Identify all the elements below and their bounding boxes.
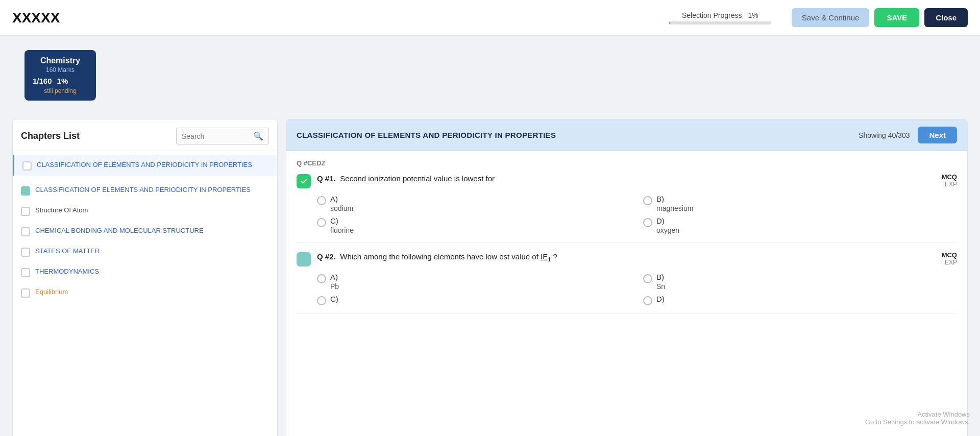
option-label: B) [656,195,693,203]
option-row: D) oxygen [643,216,957,234]
option-radio-c[interactable] [317,218,326,227]
progress-bar-fill [669,21,670,25]
option-radio-b[interactable] [643,274,652,283]
list-item[interactable]: STATES OF MATTER [13,241,277,262]
option-row: B) magnesium [643,195,957,212]
watermark-line1: Activate Windows [865,410,970,418]
options-grid: A) sodium B) magnesium [317,195,957,234]
subject-fraction: 1/160 [33,77,52,85]
option-row: D) [643,295,957,305]
question-text-wrap: Q #1. Second ionization potential value … [317,173,920,185]
option-row: C) fluorine [317,216,631,234]
progress-label: Selection Progress [682,11,742,19]
chapter-name: Equilibrium [35,287,68,297]
chapter-name: THERMODYNAMICS [35,267,99,276]
option-row: C) [317,295,631,305]
option-radio-b[interactable] [643,196,652,205]
question-row: Q #1. Second ionization potential value … [297,173,957,188]
option-value: sodium [330,204,353,212]
chapter-checkbox [21,248,30,257]
chapter-name: Structure Of Atom [35,206,88,215]
questions-header: CLASSIFICATION OF ELEMENTS AND PERIODICI… [286,119,967,151]
watermark: Activate Windows Go to Settings to activ… [865,410,970,426]
search-box[interactable]: 🔍 [176,128,269,144]
watermark-line2: Go to Settings to activate Windows. [865,418,970,426]
question-text-wrap: Q #2. Which among the following elements… [317,251,920,264]
option-value: fluorine [330,226,354,234]
selection-progress-section: Selection Progress 1% [669,11,771,25]
list-item[interactable]: THERMODYNAMICS [13,262,277,282]
chapter-checkbox [21,207,30,216]
next-button[interactable]: Next [918,127,957,143]
chapter-name: STATES OF MATTER [35,247,100,256]
question-block: Q #1. Second ionization potential value … [297,173,957,243]
chapter-checkbox [21,288,30,298]
question-number: Q #2. [317,252,338,261]
option-label: A) [330,195,353,203]
option-row: A) sodium [317,195,631,212]
option-radio-d[interactable] [643,218,652,227]
subject-percent: 1% [57,77,68,85]
search-icon[interactable]: 🔍 [253,131,263,141]
option-label: C) [330,216,354,225]
option-radio-c[interactable] [317,296,326,305]
option-label: A) [330,273,339,281]
chapter-checkbox [21,227,30,236]
option-row: B) Sn [643,273,957,290]
questions-chapter-name: CLASSIFICATION OF ELEMENTS AND PERIODICI… [297,131,859,139]
question-select-checkbox[interactable] [297,252,311,267]
option-value: oxygen [656,226,679,234]
subject-pending: still pending [33,87,88,94]
question-type-label: MCQ [926,173,957,181]
chapter-name: CLASSIFICATION OF ELEMENTS AND PERIODICI… [37,160,252,169]
list-item[interactable]: Equilibrium [13,282,277,303]
option-label: B) [656,273,665,281]
question-type: MCQ EXP [926,173,957,188]
option-row: A) Pb [317,273,631,290]
close-button[interactable]: Close [924,8,968,27]
question-type: MCQ EXP [926,251,957,266]
ie-text: IE [541,252,548,261]
list-item[interactable]: Structure Of Atom [13,201,277,221]
list-item[interactable]: CLASSIFICATION OF ELEMENTS AND PERIODICI… [13,155,277,176]
question-type-sub: EXP [926,181,957,188]
list-item[interactable]: CHEMICAL BONDING AND MOLECULAR STRUCTURE [13,221,277,241]
progress-bar-background [669,21,771,25]
header-buttons: Save & Continue SAVE Close [792,8,968,27]
chapter-divider [13,178,277,178]
question-block: Q #2. Which among the following elements… [297,251,957,314]
option-value: Pb [330,282,339,290]
save-button[interactable]: SAVE [874,8,919,27]
chapter-checkbox [22,161,32,171]
option-radio-a[interactable] [317,274,326,283]
chapter-checkbox [21,186,30,196]
question-select-checkbox[interactable] [297,174,311,188]
app-logo: XXXXX [12,10,60,26]
option-label: C) [330,295,338,303]
question-type-sub: EXP [926,259,957,266]
question-text: Second ionization potential value is low… [340,174,495,183]
subject-marks: 160 Marks [33,66,88,74]
question-type-label: MCQ [926,251,957,259]
list-item[interactable]: CLASSIFICATION OF ELEMENTS AND PERIODICI… [13,180,277,201]
question-number: Q #1. [317,174,338,183]
subject-name: Chemistry [33,56,88,65]
option-value: Sn [656,282,665,290]
option-label: D) [656,216,679,225]
search-input[interactable] [182,132,253,140]
save-continue-button[interactable]: Save & Continue [792,8,870,27]
question-row: Q #2. Which among the following elements… [297,251,957,267]
option-radio-a[interactable] [317,196,326,205]
chapter-name: CHEMICAL BONDING AND MOLECULAR STRUCTURE [35,226,204,235]
showing-count: Showing 40/303 [859,131,910,139]
chapters-panel: Chapters List 🔍 CLASSIFICATION OF ELEMEN… [12,119,278,436]
chapter-name: CLASSIFICATION OF ELEMENTS AND PERIODICI… [35,185,251,195]
options-grid: A) Pb B) Sn C) [317,273,957,305]
subject-card: Chemistry 160 Marks 1/160 1% still pendi… [24,50,96,101]
chapter-checkbox [21,268,30,277]
main-layout: Chapters List 🔍 CLASSIFICATION OF ELEMEN… [0,119,980,436]
chapters-list-title: Chapters List [21,131,168,141]
chapters-header: Chapters List 🔍 [13,119,277,151]
chapters-list: CLASSIFICATION OF ELEMENTS AND PERIODICI… [13,151,277,436]
option-radio-d[interactable] [643,296,652,305]
